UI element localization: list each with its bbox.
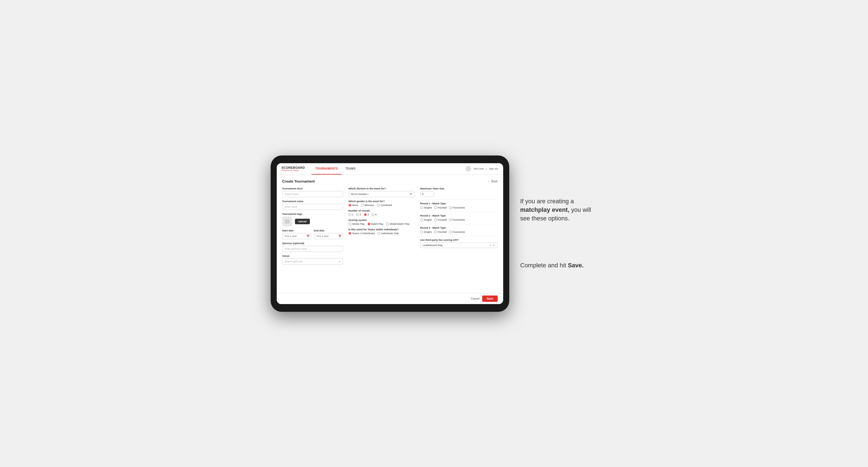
- r2-foursomes[interactable]: Foursomes: [449, 218, 465, 221]
- upload-button[interactable]: Upload: [295, 219, 310, 224]
- r1-singles-radio[interactable]: [420, 206, 423, 209]
- navbar: SCOREBOARD Powered by clippit TOURNAMENT…: [277, 163, 503, 175]
- tablet-frame: SCOREBOARD Powered by clippit TOURNAMENT…: [271, 155, 509, 312]
- tournament-name-label: Tournament name: [282, 200, 343, 203]
- scoring-medal[interactable]: Medal Match Play: [386, 223, 409, 225]
- rounds-1-radio[interactable]: [348, 213, 351, 216]
- tournament-name-group: Tournament name: [282, 200, 343, 210]
- annotations-area: If you are creating a matchplay event, y…: [520, 197, 598, 270]
- venue-select[interactable]: Search golf club: [282, 258, 343, 264]
- scoring-match[interactable]: Match Play: [368, 223, 383, 225]
- round3-match-type-row: Singles Fourball Foursomes: [420, 230, 498, 234]
- divider-3: [420, 224, 498, 224]
- tournament-logo-label: Tournament logo: [282, 213, 343, 215]
- calendar-icon-end: 📅: [338, 235, 341, 238]
- left-column: Tournament Host Tournament name Tourname…: [282, 187, 343, 267]
- form-container: Create Tournament ← Back Tournament Host…: [277, 175, 503, 293]
- sign-out-link[interactable]: Sign out: [489, 167, 498, 170]
- max-team-size-label: Maximum Team Size: [420, 187, 498, 190]
- r1-foursomes[interactable]: Foursomes: [449, 206, 465, 209]
- gender-womens-radio[interactable]: [361, 204, 364, 207]
- form-title: Create Tournament: [282, 179, 315, 183]
- scoring-medal-radio[interactable]: [386, 223, 389, 225]
- r3-fourball-radio[interactable]: [434, 230, 437, 234]
- rounds-2-radio[interactable]: [356, 213, 359, 216]
- start-date-wrapper: 📅: [282, 233, 311, 239]
- brand-title: SCOREBOARD: [282, 166, 305, 169]
- tournament-host-input[interactable]: [282, 191, 343, 197]
- r3-singles-radio[interactable]: [420, 230, 423, 234]
- scoring-label: Scoring system: [348, 219, 415, 221]
- api-select-wrapper[interactable]: Leaderboard King ✕ ▼: [420, 243, 498, 248]
- round3-label: Round 3 - Match Type: [420, 226, 498, 229]
- r2-foursomes-radio[interactable]: [449, 218, 452, 221]
- rounds-4[interactable]: 4: [372, 213, 377, 216]
- rounds-1[interactable]: 1: [348, 213, 353, 216]
- nav-tournaments[interactable]: TOURNAMENTS: [312, 163, 342, 175]
- brand-logo: SCOREBOARD Powered by clippit: [282, 166, 305, 171]
- api-select-actions: ✕ ▼: [489, 244, 495, 247]
- user-name: Test User: [473, 167, 484, 170]
- r3-foursomes[interactable]: Foursomes: [449, 230, 465, 234]
- individuals-only[interactable]: Individuals Only: [377, 232, 399, 235]
- r3-foursomes-radio[interactable]: [449, 230, 452, 234]
- form-header: Create Tournament ← Back: [282, 179, 498, 183]
- nav-teams[interactable]: TEAMS: [342, 163, 360, 175]
- api-label: Use third-party live scoring API?: [420, 239, 498, 241]
- r2-singles-radio[interactable]: [420, 218, 423, 221]
- division-select[interactable]: NCAA Division I: [348, 191, 415, 197]
- tablet-screen: SCOREBOARD Powered by clippit TOURNAMENT…: [277, 163, 503, 304]
- r1-fourball[interactable]: Fourball: [434, 206, 447, 209]
- r2-singles[interactable]: Singles: [420, 218, 432, 221]
- r1-singles[interactable]: Singles: [420, 206, 432, 209]
- scoring-stroke-radio[interactable]: [348, 223, 351, 225]
- individuals-only-radio[interactable]: [377, 232, 380, 235]
- round1-match-type-row: Singles Fourball Foursomes: [420, 206, 498, 209]
- division-group: Which division is the event for? NCAA Di…: [348, 187, 415, 197]
- middle-column: Which division is the event for? NCAA Di…: [348, 187, 415, 267]
- tournament-name-input[interactable]: [282, 204, 343, 210]
- r3-singles[interactable]: Singles: [420, 230, 432, 234]
- max-team-size-input[interactable]: [420, 191, 434, 197]
- gender-combined[interactable]: Combined: [377, 204, 392, 207]
- annotation-bottom: Complete and hit Save.: [520, 261, 598, 270]
- gender-womens[interactable]: Womens: [361, 204, 374, 207]
- api-dropdown-icon[interactable]: ▼: [493, 244, 495, 247]
- r2-fourball[interactable]: Fourball: [434, 218, 447, 221]
- form-body: Tournament Host Tournament name Tourname…: [282, 187, 498, 267]
- gender-combined-radio[interactable]: [377, 204, 380, 207]
- venue-wrapper: Search golf club ▼: [282, 258, 343, 264]
- gender-mens[interactable]: Mens: [348, 204, 358, 207]
- api-clear-icon[interactable]: ✕: [489, 244, 492, 247]
- api-select-value: Leaderboard King: [423, 244, 443, 247]
- back-link[interactable]: ← Back: [488, 180, 497, 183]
- cancel-button[interactable]: Cancel: [471, 297, 479, 300]
- r2-fourball-radio[interactable]: [434, 218, 437, 221]
- navbar-right: Test User | Sign out: [466, 166, 498, 172]
- tournament-host-group: Tournament Host: [282, 187, 343, 197]
- rounds-group: Number of rounds 1 2 3: [348, 209, 415, 216]
- rounds-2[interactable]: 2: [356, 213, 361, 216]
- teams-plus-radio[interactable]: [348, 232, 351, 235]
- rounds-3-radio[interactable]: [364, 213, 367, 216]
- save-button[interactable]: Save: [482, 295, 497, 302]
- gender-mens-radio[interactable]: [348, 204, 351, 207]
- rounds-label: Number of rounds: [348, 209, 415, 212]
- r1-foursomes-radio[interactable]: [449, 206, 452, 209]
- api-group: Use third-party live scoring API? Leader…: [420, 239, 498, 248]
- round1-match-type-group: Round 1 - Match Type Singles Fourball: [420, 202, 498, 209]
- r3-fourball[interactable]: Fourball: [434, 230, 447, 234]
- logo-placeholder: [282, 217, 292, 226]
- sponsor-input[interactable]: [282, 246, 343, 252]
- teams-plus-individuals[interactable]: Teams (+Individuals): [348, 232, 375, 235]
- tournament-logo-group: Tournament logo Upload: [282, 213, 343, 226]
- rounds-3[interactable]: 3: [364, 213, 369, 216]
- r1-fourball-radio[interactable]: [434, 206, 437, 209]
- scoring-match-radio[interactable]: [368, 223, 370, 225]
- gender-group: Which gender is the event for? Mens Wome…: [348, 200, 415, 207]
- rounds-4-radio[interactable]: [372, 213, 374, 216]
- end-date-label: End date: [314, 229, 343, 232]
- sponsor-label: Sponsor (optional): [282, 242, 343, 245]
- avatar: [466, 166, 471, 172]
- scoring-stroke[interactable]: Stroke Play: [348, 223, 365, 225]
